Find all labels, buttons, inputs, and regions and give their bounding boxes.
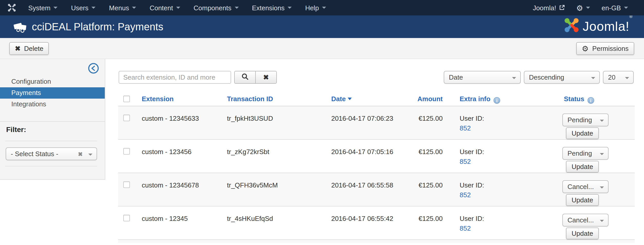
update-button[interactable]: Update [566,194,599,206]
chevron-down-icon [234,7,239,9]
menubar-right: Joomla! ⚙ en-GB [527,0,644,15]
magnifier-icon [241,73,249,82]
extra-info-label: User ID: [460,181,484,189]
extension-cell: custom - 12345633 [142,115,199,122]
x-mark-icon: ✖ [263,73,269,81]
row-checkbox[interactable] [123,181,130,188]
update-button[interactable]: Update [566,161,599,173]
sidebar-item-configuration[interactable]: Configuration [0,76,105,87]
search-button-group: ✖ [234,71,277,84]
payments-table: Extension Transaction ID Date Amount Ext… [118,93,635,243]
filter-heading: Filter: [6,125,26,134]
table-row: custom - 123456 tr_zKg72krSbt 2016-04-17… [118,140,635,173]
delete-button[interactable]: ✖ Delete [9,42,49,55]
sort-desc-icon [348,98,352,100]
status-filter-select[interactable]: - Select Status - ✖ [6,147,97,160]
date-cell: 2016-04-17 07:05:16 [331,148,393,156]
main-area: Configuration Payments Integrations Filt… [0,59,644,245]
divider [5,166,97,166]
amount-cell: €125.00 [393,115,443,122]
row-checkbox[interactable] [123,148,130,155]
transaction-id-cell: tr_4sHKuEfqSd [227,215,273,222]
menu-extensions[interactable]: Extensions [245,0,298,15]
chevron-down-icon [322,7,326,9]
chevron-down-icon [600,220,604,222]
page: System Users Menus Content Components Ex… [0,0,644,245]
row-status-select[interactable]: Cancel... [562,214,609,227]
extension-cell: custom - 123456 [142,148,192,156]
sort-direction-select[interactable]: Descending [524,71,600,84]
user-settings-menu[interactable]: ⚙ [571,0,596,15]
menu-users[interactable]: Users [64,0,102,15]
header-extra-info: Extra infoi [460,95,500,104]
header-extension[interactable]: Extension [142,95,174,103]
chevron-down-icon [600,186,604,189]
row-checkbox[interactable] [123,115,130,121]
menu-menus[interactable]: Menus [102,0,143,15]
sidebar-collapse-icon[interactable] [88,63,99,76]
amount-cell: €125.00 [393,181,443,189]
chevron-down-icon [88,154,92,156]
amount-cell: €125.00 [393,148,443,156]
header-amount[interactable]: Amount [393,95,443,103]
table-row: custom - 12345678 tr_QFH36v5McM 2016-04-… [118,173,635,206]
list-limit-select[interactable]: 20 [603,71,634,84]
user-id-link[interactable]: 852 [460,224,471,232]
chevron-down-icon [176,7,180,9]
row-checkbox[interactable] [123,215,130,221]
search-input[interactable] [119,71,231,84]
menu-system[interactable]: System [22,0,64,15]
chevron-down-icon [586,7,590,9]
info-icon[interactable]: i [587,97,594,104]
info-icon[interactable]: i [494,97,500,104]
search-button[interactable] [234,71,256,84]
user-id-link[interactable]: 852 [460,191,471,199]
chevron-down-icon [591,77,595,79]
update-button[interactable]: Update [566,228,599,239]
sidebar-item-integrations[interactable]: Integrations [0,99,105,110]
joomla-logo-text: Joomla!® [583,19,633,34]
chevron-down-icon [54,7,58,9]
extra-info-label: User ID: [460,148,484,156]
payments-icon [13,20,27,36]
divider [5,141,97,141]
user-id-link[interactable]: 852 [460,158,471,165]
permissions-button[interactable]: ⚙ Permissions [576,42,634,55]
header-date[interactable]: Date [331,95,352,103]
sidebar: Configuration Payments Integrations Filt… [0,59,105,180]
language-menu[interactable]: en-GB [596,0,634,15]
header-transaction-id[interactable]: Transaction ID [227,95,273,103]
date-cell: 2016-04-17 07:06:23 [331,115,393,122]
table-row: custom - 12345633 tr_fpkHt3USUD 2016-04-… [118,106,635,140]
clear-search-button[interactable]: ✖ [255,71,277,84]
update-button[interactable]: Update [566,127,599,139]
joomla-brand-logo[interactable]: Joomla!® [564,17,633,35]
menu-components[interactable]: Components [187,0,245,15]
transaction-id-cell: tr_zKg72krSbt [227,148,269,156]
table-header: Extension Transaction ID Date Amount Ext… [118,93,635,106]
sidebar-item-payments[interactable]: Payments [0,87,105,99]
joomla-glyph-icon [7,3,16,12]
sidebar-menu: Configuration Payments Integrations [0,76,105,110]
view-site-link[interactable]: Joomla! [527,0,571,15]
extension-cell: custom - 12345678 [142,181,199,189]
menu-help[interactable]: Help [298,0,333,15]
row-status-select[interactable]: Pending [562,147,609,160]
select-all-checkbox[interactable] [123,96,130,102]
clear-filter-icon[interactable]: ✖ [78,151,83,158]
chevron-down-icon [625,77,629,79]
sort-by-select[interactable]: Date [444,71,521,84]
chevron-down-icon [624,7,628,9]
chevron-down-icon [92,7,96,9]
date-cell: 2016-04-17 06:55:42 [331,215,393,222]
table-row: custom - 12345 tr_4sHKuEfqSd 2016-04-17 … [118,206,635,240]
chevron-down-icon [600,120,604,122]
divider [0,121,105,122]
chevron-down-icon [132,7,136,9]
menu-content[interactable]: Content [143,0,187,15]
header-status: Statusi [564,95,594,104]
row-status-select[interactable]: Pending [562,114,609,126]
row-status-select[interactable]: Cancel... [562,180,609,193]
user-id-link[interactable]: 852 [460,124,471,132]
gear-icon: ⚙ [576,4,583,12]
